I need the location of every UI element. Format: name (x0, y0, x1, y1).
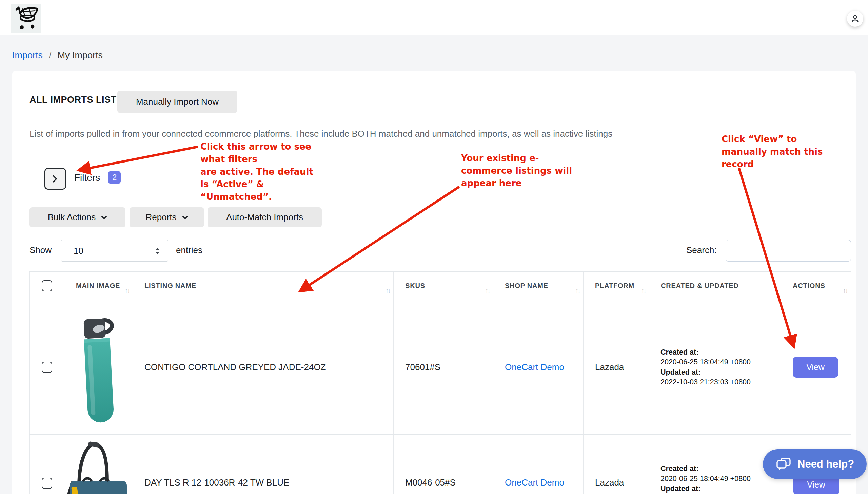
table-row: CONTIGO CORTLAND GREYED JADE-24OZ 70601#… (29, 300, 851, 435)
annotation-filters-note: Click this arrow to see what filters are… (200, 140, 343, 203)
created-updated-cell: Created at: 2020-06-25 18:04:49 +0800 Up… (649, 300, 781, 434)
updown-select-icon (155, 247, 160, 255)
chevron-right-icon (52, 174, 59, 183)
account-button[interactable] (847, 11, 863, 27)
created-updated-cell: Created at: 2020-06-25 18:04:49 +0800 Up… (649, 435, 781, 494)
user-icon (851, 14, 860, 23)
sort-icon: ↑↓ (125, 287, 129, 294)
select-all-checkbox[interactable] (42, 280, 52, 291)
auto-match-imports-button[interactable]: Auto-Match Imports (208, 207, 322, 227)
skus-cell: 70601#S (394, 300, 493, 434)
app-screen: Imports / My Imports ALL IMPORTS LIST Ma… (0, 0, 868, 494)
view-button[interactable]: View (793, 357, 838, 378)
filters-expand-button[interactable] (44, 168, 66, 190)
annotation-listings-note: Your existing e- commerce listings will … (461, 152, 604, 190)
chevron-down-icon (101, 215, 107, 220)
updated-at-label: Updated at: (660, 484, 701, 493)
reports-button[interactable]: Reports (130, 207, 204, 227)
product-image-bottle (79, 310, 119, 425)
updated-at-value: 2022-10-03 21:23:03 +0800 (660, 378, 751, 386)
search-label: Search: (686, 245, 717, 255)
need-help-button[interactable]: Need help? (763, 449, 867, 479)
sort-icon: ↑↓ (485, 287, 490, 294)
filters-label: Filters (74, 172, 100, 183)
reports-label: Reports (145, 212, 176, 223)
filters-count-badge: 2 (108, 171, 121, 184)
breadcrumb: Imports / My Imports (12, 50, 103, 61)
need-help-label: Need help? (797, 458, 854, 470)
updated-at-label: Updated at: (660, 368, 701, 376)
sort-icon: ↑↓ (386, 287, 390, 294)
column-header-shop-name[interactable]: SHOP NAME↑↓ (493, 272, 584, 300)
column-header-listing-name[interactable]: LISTING NAME↑↓ (133, 272, 394, 300)
cart-logo-icon (13, 5, 39, 32)
entries-label: entries (176, 245, 202, 255)
table-header-row: MAIN IMAGE↑↓ LISTING NAME↑↓ SKUS↑↓ SHOP … (29, 271, 851, 300)
top-navigation-bar (0, 0, 868, 35)
shop-name-cell: OneCart Demo (493, 300, 584, 434)
manually-import-now-button[interactable]: Manually Import Now (117, 91, 237, 113)
page-length-select[interactable]: 10 (61, 240, 168, 262)
bulk-actions-label: Bulk Actions (48, 212, 96, 223)
created-at-value: 2020-06-25 18:04:49 +0800 (660, 358, 751, 366)
breadcrumb-link-imports[interactable]: Imports (12, 50, 43, 61)
bulk-actions-button[interactable]: Bulk Actions (29, 207, 125, 227)
row-checkbox[interactable] (42, 478, 52, 489)
annotation-view-note: Click “View” to manually match this reco… (722, 133, 857, 171)
shop-link[interactable]: OneCart Demo (505, 477, 564, 488)
shop-name-cell: OneCart Demo (493, 435, 584, 494)
imports-table: MAIN IMAGE↑↓ LISTING NAME↑↓ SKUS↑↓ SHOP … (29, 271, 851, 494)
chevron-down-icon (182, 215, 188, 220)
shop-link[interactable]: OneCart Demo (505, 362, 564, 373)
show-label: Show (29, 245, 52, 255)
listing-name-cell: DAY TLS R 12-10036R-42 TW BLUE (133, 435, 394, 494)
column-header-actions[interactable]: ACTIONS↑↓ (781, 272, 851, 300)
brand-logo[interactable] (11, 4, 41, 33)
listing-name-cell: CONTIGO CORTLAND GREYED JADE-24OZ (133, 300, 394, 434)
created-at-value: 2020-06-25 18:04:49 +0800 (660, 475, 751, 483)
column-header-skus[interactable]: SKUS↑↓ (394, 272, 493, 300)
sort-icon: ↑↓ (843, 287, 847, 294)
actions-cell: View (781, 300, 851, 434)
column-header-created-updated[interactable]: CREATED & UPDATED (649, 272, 781, 300)
select-all-header (29, 272, 64, 300)
page-description: List of imports pulled in from your conn… (29, 129, 612, 139)
column-header-main-image[interactable]: MAIN IMAGE↑↓ (64, 272, 133, 300)
created-at-label: Created at: (660, 464, 698, 473)
breadcrumb-current: My Imports (58, 50, 103, 61)
page-title: ALL IMPORTS LIST (29, 95, 117, 105)
product-image-bag (64, 439, 133, 494)
sort-icon: ↑↓ (575, 287, 580, 294)
search-input[interactable] (726, 240, 851, 262)
created-at-label: Created at: (660, 348, 698, 356)
platform-cell: Lazada (584, 300, 649, 434)
row-checkbox[interactable] (42, 362, 52, 373)
platform-cell: Lazada (584, 435, 649, 494)
main-image-cell (64, 300, 133, 434)
chat-bubbles-icon (776, 457, 791, 471)
page-length-value: 10 (74, 246, 83, 256)
column-header-platform[interactable]: PLATFORM↑↓ (584, 272, 649, 300)
sort-icon: ↑↓ (641, 287, 646, 294)
main-image-cell (64, 435, 133, 494)
breadcrumb-separator: / (49, 50, 52, 61)
table-row: DAY TLS R 12-10036R-42 TW BLUE M0046-05#… (29, 435, 851, 494)
skus-cell: M0046-05#S (394, 435, 493, 494)
